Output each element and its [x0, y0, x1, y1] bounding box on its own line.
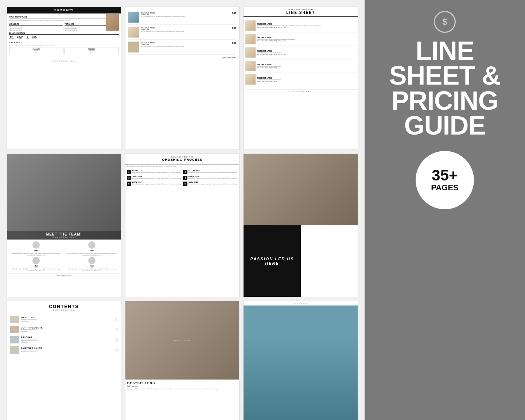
- ls-prod-price: Min: 1 / Max: 50pcs | Weight: 100g | Dim…: [257, 54, 356, 55]
- ls-product-img: [245, 47, 256, 58]
- team-photo: MEET THE TEAM! YOUR BRAND NAME: [7, 154, 121, 240]
- contents-item-sub: Breakdown your section hereSubcategory: [21, 319, 113, 322]
- pages-label: PAGES: [431, 183, 458, 192]
- step-4: 4 FORTH STEP Break down your ordering pr…: [183, 176, 238, 180]
- package-1: PACKAGE featureshere: [9, 47, 63, 54]
- dollar-icon: $: [434, 11, 456, 33]
- brand-stats-title: BRAND STATISTICS: [9, 32, 119, 35]
- founder-header: THE FOUNDER: [244, 301, 358, 306]
- ordering-title: ORDERING PROCESS: [128, 158, 237, 162]
- team-member-desc: A short description of a fellow member o…: [65, 268, 119, 272]
- team-member-desc: A short description of a fellow member o…: [65, 253, 119, 256]
- team-member-2: NAME role A short description of a fello…: [65, 241, 119, 256]
- team-member-3: NAME role A short description of a fello…: [9, 257, 63, 272]
- service-desc-3: A short description of the service. Incl…: [141, 46, 230, 47]
- passion-quote: PASSION LED US HERE: [244, 225, 301, 297]
- ls-product-img: [245, 20, 256, 31]
- ls-product-5: PRODUCT NAME Description of the product,…: [245, 73, 356, 86]
- contents-num: 4: [115, 347, 118, 353]
- team-member-4: NAME role A short description of a fello…: [65, 257, 119, 272]
- team-member-1: NAME role A short description of a fello…: [9, 241, 63, 256]
- ls-product-img: [245, 61, 256, 71]
- summary-header: SUMMARY: [7, 7, 121, 13]
- contents-item-sub: Breakdown your section hereSubcategory: [21, 329, 113, 332]
- summary-card: SUMMARY YOUR BRAND NAME Summarize your b…: [7, 7, 121, 150]
- passion-photo-top: [244, 154, 358, 225]
- service-price-1: $45: [232, 12, 237, 14]
- step-num: 2: [183, 170, 187, 174]
- ls-prod-price: Min: 1 / Max: 50pcs | Weight: 100g | Dim…: [257, 27, 356, 28]
- step-num: 6: [183, 182, 187, 186]
- ls-product-img: [245, 74, 256, 85]
- service-img-2: [128, 27, 139, 38]
- step-num: 3: [127, 176, 131, 180]
- summary-footer-brand: YOUR BRAND NAME: [7, 59, 121, 62]
- stat-followers: 8K followers: [9, 35, 14, 39]
- step-3: 3 THIRD STEP Break down your ordering pr…: [127, 176, 182, 180]
- linesheet-card: YOUR COLLECTION NAME LINE SHEET PRODUCT …: [243, 7, 358, 150]
- service-row-3: SERVICE NAME SUBTITLE A short descriptio…: [128, 40, 237, 55]
- team-website: WWW.WEBSITE.COM: [7, 273, 121, 278]
- bestsellers-desc: Lorem ipsum dolor sit amet, consectetur …: [127, 388, 238, 390]
- team-member-photo: [32, 257, 40, 264]
- stat-num: 8K: [9, 35, 14, 38]
- stat-label: clients: [32, 38, 37, 39]
- contents-brand: YOUR BRAND NAME: [10, 309, 118, 311]
- stat-num: 100K: [17, 35, 23, 38]
- summary-title: SUMMARY: [54, 8, 74, 12]
- summary-brand: YOUR BRAND NAME: [9, 16, 119, 19]
- team-member-photo: [88, 241, 96, 249]
- ls-prod-price: Min: 1 / Max: 50pcs | Weight: 100g | Dim…: [257, 40, 356, 42]
- step-6: 6 SIXTH STEP Break down your ordering pr…: [183, 182, 238, 186]
- service-desc-2: A short description of the service. Incl…: [141, 31, 230, 32]
- pages-num: 35+: [432, 168, 458, 183]
- step-5: 5 FIFTH STEP Break down your ordering pr…: [127, 182, 182, 186]
- contents-title: CONTENTS: [10, 304, 118, 309]
- contents-img: [10, 326, 19, 333]
- ls-prod-price: Min: 1 / Max: 50pcs | Weight: 100g: [257, 81, 356, 82]
- pages-badge: 35+ PAGES: [416, 151, 474, 209]
- ordering-intro: Break down your ordering process step by…: [125, 164, 240, 168]
- preview-grid: SUMMARY YOUR BRAND NAME Summarize your b…: [0, 0, 365, 420]
- bestsellers-title: BESTSELLERS: [127, 381, 238, 385]
- step-num: 5: [127, 182, 131, 186]
- ls-product-1: PRODUCT NAME Description of the product,…: [245, 19, 356, 32]
- highlights-title: HIGHLIGHTS: [9, 23, 63, 26]
- service-price-2: $45: [232, 27, 237, 29]
- step-desc: Break down your ordering process step by…: [132, 172, 182, 174]
- stat-sales: 100K sales: [17, 35, 23, 39]
- service-price-3: $45: [232, 42, 237, 44]
- contents-card: CONTENTS YOUR BRAND NAME WELCOME! Breakd…: [7, 301, 121, 420]
- team-member-photo: [32, 241, 40, 249]
- service-img-3: [128, 42, 139, 52]
- stat-label: years: [26, 38, 30, 39]
- contents-item-sub: You can add a subcategory hereBreakdown …: [21, 349, 113, 353]
- founder-card: THE FOUNDER MEET AMANDA Lorem ipsum dolo…: [243, 301, 358, 420]
- contents-img: [10, 316, 19, 323]
- package-2: PACKAGE featureshere: [65, 47, 119, 54]
- team-card: MEET THE TEAM! YOUR BRAND NAME NAME role…: [7, 153, 121, 297]
- step-desc: Break down your ordering process step by…: [132, 183, 182, 185]
- contents-item-3: PRICING You can add a subcategory hereBr…: [10, 336, 118, 343]
- passion-text: PASSION LED US HERE: [247, 257, 297, 265]
- service-card: SERVICE NAME SUBTITLE A short descriptio…: [125, 7, 240, 150]
- contents-img: [10, 336, 19, 343]
- stat-years: 5 years: [26, 35, 30, 39]
- ls-product-3: PRODUCT NAME Description of the product,…: [245, 46, 356, 59]
- founder-photo: [244, 306, 358, 420]
- contents-num: 1: [115, 316, 118, 322]
- step-num: 4: [183, 176, 187, 180]
- team-member-desc: A short description of a fellow member o…: [9, 253, 63, 256]
- contents-num: 3: [115, 337, 118, 343]
- step-desc: Break down your ordering process step by…: [188, 178, 238, 179]
- team-title: MEET THE TEAM!: [8, 232, 120, 236]
- step-2: 2 SECOND STEP Break down your ordering p…: [183, 170, 238, 174]
- stat-clients: 10K clients: [32, 35, 37, 39]
- brand-watermark: brand name: [174, 339, 191, 341]
- ls-product-4: PRODUCT NAME Description of the product,…: [245, 59, 356, 73]
- team-member-photo: [88, 257, 96, 264]
- step-num: 1: [127, 170, 131, 174]
- stat-label: sales: [17, 38, 23, 39]
- bestsellers-card: brand name BESTSELLERS Sub heading Lorem…: [125, 301, 240, 420]
- ls-prod-price: Min: 1 / Max: 50pcs | Weight: 100g: [257, 67, 356, 69]
